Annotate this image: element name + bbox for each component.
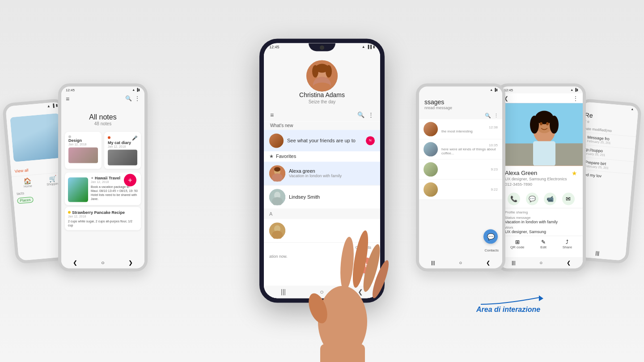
right-nav-back[interactable]: ❮ (567, 260, 571, 265)
right-edit-btn[interactable]: ✎ Edit (540, 238, 547, 249)
left-more-icon[interactable]: ⋮ (135, 95, 140, 102)
svg-marker-35 (539, 295, 543, 301)
notes-title-section: All notes 48 notes (61, 104, 144, 128)
message-item-1[interactable]: 12:38 the most interesting (419, 119, 502, 139)
center-phone: 12:45 ▲ ▐▐ ▮ (259, 38, 385, 302)
see-friends-avatar (269, 133, 284, 148)
msg3-time: 9:23 (491, 167, 498, 171)
msg-nav-home[interactable]: ○ (459, 260, 462, 265)
far-right-nav-menu[interactable]: ||| (595, 250, 600, 256)
left-nav-recents[interactable]: ❯ (128, 259, 133, 265)
messages-contacts-label[interactable]: Contacts (484, 248, 499, 252)
scene: ▲ ▐ ▮ View all 🏠 Home 🛒 Shopping (0, 0, 644, 362)
hawaii-note-text: Book a vacation package to Maui. 08/10 1… (91, 184, 138, 200)
see-friends-banner[interactable]: See what your friends are up to N (264, 130, 380, 151)
right-more-icon[interactable]: ⋮ (573, 95, 578, 101)
left-time: 12:45 (66, 88, 75, 92)
center-nav-menu[interactable]: ||| (281, 288, 286, 295)
center-more-icon[interactable]: ⋮ (368, 111, 374, 118)
strawberry-note-title: Strawberry Pancake Recipe (72, 210, 125, 214)
messages-phone: ▲ ▐▮ ssages nread message 🔍 ⋮ 12:38 (416, 83, 505, 271)
msg-nav-back[interactable]: ||| (431, 260, 435, 265)
favorites-row: ★ Favorites (264, 151, 380, 162)
messages-status-bar: ▲ ▐▮ (419, 86, 502, 93)
right-call-btn[interactable]: 📞 (508, 192, 520, 205)
center-menu-icon[interactable]: ≡ (270, 111, 274, 119)
center-nav-back[interactable]: ❮ (358, 288, 363, 295)
cat-note-date: Jan 12, 2018 (108, 145, 137, 148)
center-toolbar: ≡ 🔍 ⋮ (264, 109, 380, 121)
cat-note-dot (108, 136, 110, 139)
contacts-tab-label[interactable]: Contacts (351, 244, 376, 251)
lindsey-avatar-svg (269, 189, 285, 205)
hawaii-note-favorite: ★ (91, 176, 93, 179)
center-search-icon[interactable]: 🔍 (357, 111, 364, 118)
right-name-row: Alexa Green ★ (505, 169, 577, 176)
right-video-btn[interactable]: 📹 (544, 192, 556, 205)
right-qr-label: QR code (510, 245, 525, 249)
message-item-3[interactable]: 9:23 (419, 159, 502, 179)
right-status-icons: ▲ ▐▮ (570, 88, 578, 92)
msg1-text: the most interesting (441, 129, 498, 133)
left-nav-back[interactable]: ❮ (73, 259, 77, 265)
left-menu-icon[interactable]: ≡ (66, 95, 69, 102)
contact-item-3[interactable] (264, 219, 380, 243)
center-screen: 12:45 ▲ ▐▐ ▮ (264, 43, 380, 298)
hawaii-note-card[interactable]: ★ Hawaii Travel Jan 12, 2018 Book a vaca… (65, 172, 141, 205)
strawberry-note-info: Strawberry Pancake Recipe Jan 12, 2018 2… (68, 210, 138, 227)
right-contact-title: UX designer, Samsung Electronics (505, 176, 577, 181)
message-item-2[interactable]: 10:35 here were all kinds of things abou… (419, 139, 502, 159)
hawaii-note-title: Hawaii Travel (95, 175, 120, 180)
svg-point-22 (530, 115, 539, 133)
messages-chat-fab[interactable]: 💬 (483, 229, 498, 243)
left-status-bar: 12:45 ▲ ▐▮ (61, 86, 144, 93)
right-status-label: Status message (505, 215, 577, 219)
left-nav-home[interactable]: ○ (101, 259, 104, 265)
hawaii-note-add-btn[interactable]: + (124, 174, 136, 186)
svg-rect-24 (533, 141, 555, 166)
contact-avatar-main (306, 60, 338, 91)
right-nav-home[interactable]: ○ (539, 260, 542, 265)
note-card-design[interactable]: Design Jan 12, 2018 (65, 132, 102, 169)
annotation: Area di interazione (476, 293, 557, 317)
message-item-4[interactable]: 9:22 (419, 179, 502, 200)
right-profile-sharing-label: Profile sharing (505, 210, 577, 214)
right-favorite-star[interactable]: ★ (572, 169, 577, 176)
note-card-cat[interactable]: 🎤 My cat diary Jan 12, 2018 (104, 132, 141, 169)
section-a: A (264, 209, 380, 219)
lindsey-info: Lindsey Smith (289, 194, 375, 200)
right-message-btn[interactable]: 💬 (526, 192, 538, 205)
center-fab[interactable]: + (358, 257, 374, 273)
strawberry-note-card[interactable]: Strawberry Pancake Recipe Jan 12, 2018 2… (65, 207, 141, 230)
left-search-icon[interactable]: 🔍 (125, 95, 132, 102)
contact3-avatar-svg (269, 222, 285, 238)
strawberry-dot (68, 211, 71, 213)
cat-note-title: My cat diary (108, 140, 137, 145)
favorites-label: Favorites (276, 153, 296, 159)
right-profile-sharing: Profile sharing Status message Vacation … (500, 208, 583, 235)
messages-title-section: ssages nread message (419, 93, 502, 111)
hawaii-note-image (68, 177, 88, 202)
msg3-avatar (424, 162, 438, 176)
right-email-btn[interactable]: ✉ (562, 192, 575, 205)
center-nav-home[interactable]: ○ (320, 288, 323, 295)
contact-item-lindsey[interactable]: Lindsey Smith (264, 185, 380, 209)
right-nav-menu[interactable]: ||| (512, 260, 516, 265)
center-bottom-nav: ||| ○ ❮ (264, 285, 380, 298)
right-status-bar: 12:45 ▲ ▐▮ (500, 86, 583, 93)
center-contact-name: Christina Adams (299, 91, 345, 98)
center-time: 12:45 (269, 45, 280, 49)
left-phone-bottom-nav: ❮ ○ ❯ (61, 256, 144, 268)
msg1-header: 12:38 (441, 125, 498, 129)
msg-nav-recents[interactable]: ❮ (486, 260, 490, 265)
msg3-header: 9:23 (441, 167, 498, 171)
right-edit-label: Edit (540, 245, 547, 249)
messages-more-icon[interactable]: ⋮ (494, 112, 499, 118)
right-qr-btn[interactable]: ⊞ QR code (510, 238, 525, 249)
right-share-btn[interactable]: ⤴ Share (563, 238, 572, 249)
msg4-time: 9:22 (491, 187, 498, 192)
contact-item-alexa[interactable]: Alexa green Vacation in london with fami… (264, 162, 380, 185)
messages-search-icon[interactable]: 🔍 (485, 112, 491, 118)
lindsey-name: Lindsey Smith (289, 194, 375, 200)
notes-grid: Design Jan 12, 2018 🎤 My cat diary Jan 1… (61, 128, 144, 172)
